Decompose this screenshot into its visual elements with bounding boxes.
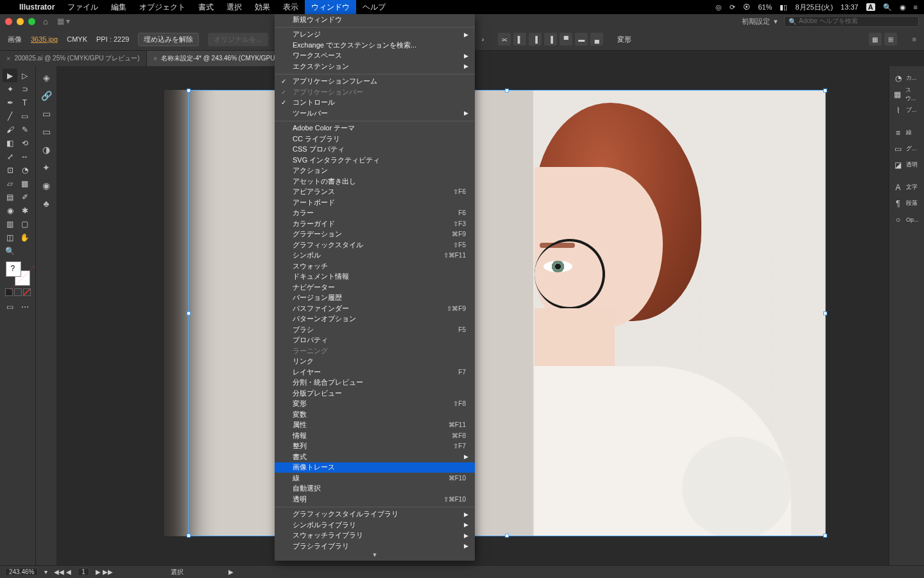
- mi-0[interactable]: Adobe Color テーマ: [275, 123, 475, 134]
- mi-28[interactable]: 属性⌘F11: [275, 420, 475, 431]
- mi-35[interactable]: 透明⇧⌘F10: [275, 494, 475, 505]
- align-hcenter-icon[interactable]: ▐: [529, 33, 542, 46]
- fill-stroke-swatch[interactable]: [6, 261, 30, 286]
- menu-edit[interactable]: 編集: [105, 0, 133, 14]
- mi-22[interactable]: リンク: [275, 356, 475, 367]
- graphic-styles-icon[interactable]: ✦: [36, 159, 56, 177]
- opentype-panel[interactable]: ○Op...: [889, 211, 924, 227]
- mi-control[interactable]: ✓コントロール: [275, 98, 475, 109]
- mi-12[interactable]: シンボル⇧⌘F11: [275, 250, 475, 261]
- stroke-panel[interactable]: ≡線: [889, 125, 924, 141]
- unembed-button[interactable]: 埋め込みを解除: [138, 33, 199, 46]
- mi-10[interactable]: グラデーション⌘F9: [275, 229, 475, 240]
- mi-17[interactable]: パスファインダー⇧⌘F9: [275, 303, 475, 314]
- shape-builder-tool[interactable]: ◔: [17, 163, 32, 177]
- mi-7[interactable]: アートボード: [275, 197, 475, 208]
- mi-25[interactable]: 分版プレビュー: [275, 388, 475, 399]
- appearance-icon[interactable]: ◑: [36, 141, 56, 159]
- swatches-panel[interactable]: ▦スウ...: [889, 86, 924, 102]
- mi-lib-2[interactable]: スウォッチライブラリ▶: [275, 530, 475, 541]
- transform-link[interactable]: 変形: [617, 35, 631, 44]
- zoom-stepper[interactable]: ▾: [44, 568, 47, 575]
- align-icons[interactable]: ⫘ ▌ ▐ ▐ ▀ ▬ ▄: [498, 33, 603, 46]
- scale-tool[interactable]: ⤢: [3, 150, 17, 163]
- mi-33[interactable]: 線⌘F10: [275, 473, 475, 484]
- mi-23[interactable]: レイヤーF7: [275, 367, 475, 378]
- flyout-icon[interactable]: ≡: [912, 35, 916, 43]
- cc-icon[interactable]: ◎: [715, 3, 722, 12]
- mi-20[interactable]: プロパティ: [275, 335, 475, 346]
- blend-tool[interactable]: ◉: [3, 204, 17, 217]
- graph-tool[interactable]: ▥: [3, 217, 17, 231]
- mi-new-window[interactable]: 新規ウィンドウ: [275, 14, 475, 25]
- artboard-nav-prev[interactable]: ◀◀ ◀: [54, 568, 71, 575]
- line-tool[interactable]: ╱: [3, 109, 17, 123]
- menu-window[interactable]: ウィンドウ: [305, 0, 356, 14]
- edit-toolbar[interactable]: ⋯: [17, 300, 32, 313]
- mi-8[interactable]: カラーF6: [275, 208, 475, 219]
- mi-15[interactable]: ナビゲーター: [275, 282, 475, 293]
- opacity-stepper[interactable]: ›: [482, 35, 484, 43]
- align-top-icon[interactable]: ▀: [560, 33, 572, 46]
- mi-29[interactable]: 情報⌘F8: [275, 430, 475, 441]
- mi-3[interactable]: SVG インタラクティビティ: [275, 155, 475, 166]
- workspace-preset[interactable]: 初期設定: [742, 17, 770, 26]
- mi-2[interactable]: CSS プロパティ: [275, 144, 475, 155]
- symbols-icon[interactable]: ♣: [36, 195, 56, 213]
- align-left-icon[interactable]: ▌: [513, 33, 526, 46]
- mi-9[interactable]: カラーガイド⇧F3: [275, 218, 475, 229]
- layers-icon[interactable]: ◈: [36, 69, 56, 87]
- time[interactable]: 13:37: [841, 3, 859, 11]
- mi-11[interactable]: グラフィックスタイル⇧F5: [275, 240, 475, 250]
- tab-0[interactable]: ×200825.ai @ 25% (CMYK/GPU プレビュー): [0, 51, 147, 66]
- align-link-icon[interactable]: ⫘: [498, 33, 511, 46]
- hand-tool[interactable]: ✋: [17, 231, 32, 244]
- menu-file[interactable]: ファイル: [61, 0, 105, 14]
- align-bottom-icon[interactable]: ▄: [590, 33, 603, 46]
- artboard-nav-next[interactable]: ▶ ▶▶: [96, 568, 113, 575]
- siri-icon[interactable]: ◉: [900, 3, 906, 12]
- pencil-tool[interactable]: ✎: [17, 123, 32, 136]
- symbol-sprayer-tool[interactable]: ✱: [17, 204, 32, 217]
- artboards-icon[interactable]: ▭: [36, 105, 56, 123]
- mi-16[interactable]: バージョン履歴: [275, 293, 475, 304]
- mi-27[interactable]: 変数: [275, 409, 475, 420]
- mi-4[interactable]: アクション: [275, 166, 475, 177]
- mi-toolbar[interactable]: ツールバー▶: [275, 108, 475, 119]
- character-panel[interactable]: A文字: [889, 179, 924, 195]
- color-modes[interactable]: [5, 288, 31, 296]
- window-controls[interactable]: [5, 18, 35, 25]
- mi-13[interactable]: スウォッチ: [275, 261, 475, 272]
- direct-selection-tool[interactable]: ▷: [17, 69, 32, 82]
- mi-app-frame[interactable]: ✓アプリケーションフレーム: [275, 76, 475, 87]
- mi-1[interactable]: CC ライブラリ: [275, 134, 475, 144]
- perspective-tool[interactable]: ▱: [3, 177, 17, 190]
- help-search[interactable]: 🔍 Adobe ヘルプを検索: [784, 16, 919, 27]
- panel-toggle-1-icon[interactable]: ▦: [869, 33, 882, 46]
- screen-mode-tool[interactable]: ▭: [3, 300, 17, 313]
- mi-lib-1[interactable]: シンボルライブラリ▶: [275, 520, 475, 530]
- menu-select[interactable]: 選択: [220, 0, 248, 14]
- links-icon[interactable]: 🔗: [36, 87, 56, 105]
- asset-export-icon[interactable]: ▭: [36, 123, 56, 141]
- gradient-panel[interactable]: ▭グ...: [889, 141, 924, 157]
- arrange-docs-icon[interactable]: ▦ ▾: [57, 17, 70, 26]
- mi-19[interactable]: ブラシF5: [275, 324, 475, 335]
- width-tool[interactable]: ↔: [17, 150, 32, 163]
- linked-file[interactable]: 3635.jpg: [31, 35, 58, 43]
- artboard-tool[interactable]: ▢: [17, 217, 32, 231]
- sync-icon[interactable]: ⟳: [730, 3, 735, 12]
- home-icon[interactable]: ⌂: [43, 17, 48, 26]
- status-flyout[interactable]: ▶: [228, 568, 234, 575]
- mi-30[interactable]: 整列⇧F7: [275, 441, 475, 452]
- spotlight-icon[interactable]: 🔍: [883, 3, 892, 12]
- mi-exchange[interactable]: Exchange でエクステンションを検索...: [275, 40, 475, 51]
- paragraph-panel[interactable]: ¶段落: [889, 195, 924, 211]
- menu-view[interactable]: 表示: [277, 0, 305, 14]
- lasso-tool[interactable]: ⊃: [17, 82, 32, 96]
- mi-24[interactable]: 分割・統合プレビュー: [275, 378, 475, 389]
- eyedropper-tool[interactable]: ✐: [17, 190, 32, 204]
- brush-tool[interactable]: 🖌: [3, 123, 17, 136]
- mi-arrange[interactable]: アレンジ▶: [275, 30, 475, 40]
- type-tool[interactable]: T: [17, 96, 32, 109]
